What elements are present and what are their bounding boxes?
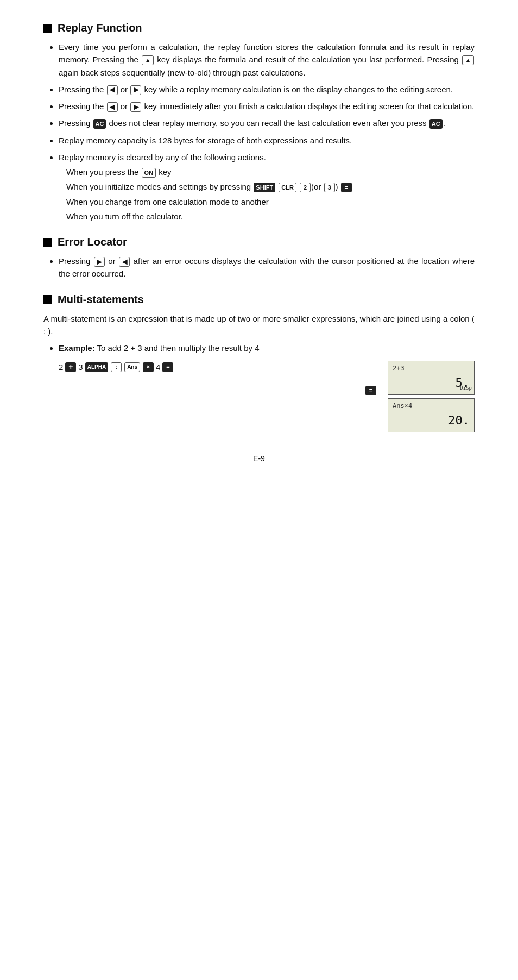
- right-arrow-key-2: ▶: [130, 102, 141, 112]
- ans-key: Ans: [124, 362, 140, 372]
- cleared-item-4: When you turn off the calculator.: [66, 210, 475, 223]
- black-square-icon-2: [43, 238, 52, 247]
- left-arrow-key-3: ◀: [119, 257, 130, 267]
- page-number: E-9: [43, 454, 475, 463]
- equals-key-2: =: [162, 362, 173, 372]
- display1-top: 2+3: [393, 363, 470, 374]
- black-square-icon-3: [43, 295, 52, 304]
- replay-bullet-4: Pressing AC does not clear replay memory…: [59, 117, 475, 129]
- multiply-key: ×: [143, 362, 154, 372]
- ac-key-2: AC: [429, 119, 443, 129]
- multi-statements-title: Multi-statements: [43, 293, 475, 306]
- replay-bullet-2: Pressing the ◀ or ▶ key while a replay m…: [59, 83, 475, 96]
- up-arrow-key: ▲: [142, 55, 154, 65]
- example-text: To add 2 + 3 and then multiply the resul…: [97, 343, 260, 353]
- alpha-key: ALPHA: [85, 362, 108, 372]
- equals-key-1: =: [341, 183, 352, 192]
- calc-left: 2 + 3 ALPHA : Ans × 4 = =: [59, 361, 379, 395]
- colon-key: :: [111, 362, 122, 372]
- display-box-1: 2+3 5.Disp: [388, 361, 475, 395]
- display-boxes: 2+3 5.Disp Ans×4 20.: [388, 361, 475, 432]
- num-4: 4: [156, 361, 160, 373]
- multi-statements-section: Multi-statements A multi-statement is an…: [43, 293, 475, 432]
- key-2: 2: [300, 183, 311, 192]
- cleared-items-list: When you press the ON key When you initi…: [66, 166, 475, 223]
- left-arrow-key-1: ◀: [107, 85, 118, 95]
- display2-num: 20.: [393, 411, 470, 430]
- black-square-icon: [43, 24, 52, 33]
- plus-key: +: [65, 362, 76, 372]
- display1-disp: Disp: [460, 385, 472, 392]
- multi-statements-title-text: Multi-statements: [58, 293, 144, 306]
- replay-function-section: Replay Function Every time you perform a…: [43, 22, 475, 223]
- multi-statements-example-item: Example: To add 2 + 3 and then multiply …: [59, 342, 475, 432]
- cleared-item-3: When you change from one calculation mod…: [66, 196, 475, 208]
- key-3: 3: [324, 183, 335, 192]
- calc-expr-1: 2 + 3 ALPHA : Ans × 4 =: [59, 361, 379, 373]
- replay-bullet-3: Pressing the ◀ or ▶ key immediately afte…: [59, 100, 475, 112]
- display1-num: 5.Disp: [393, 374, 470, 392]
- replay-title-text: Replay Function: [58, 22, 142, 34]
- num-3: 3: [78, 361, 83, 373]
- replay-bullet-5: Replay memory capacity is 128 bytes for …: [59, 134, 475, 147]
- replay-function-title: Replay Function: [43, 22, 475, 34]
- error-locator-list: Pressing ▶ or ◀ after an error occurs di…: [43, 255, 475, 280]
- error-locator-title: Error Locator: [43, 236, 475, 248]
- error-title-text: Error Locator: [58, 236, 127, 248]
- on-key: ON: [142, 168, 156, 178]
- cleared-item-1: When you press the ON key: [66, 166, 475, 178]
- error-locator-section: Error Locator Pressing ▶ or ◀ after an e…: [43, 236, 475, 280]
- clr-key: CLR: [279, 183, 296, 192]
- replay-bullets-list: Every time you perform a calculation, th…: [43, 41, 475, 223]
- left-arrow-key-2: ◀: [107, 102, 118, 112]
- ac-key-1: AC: [93, 119, 106, 129]
- multi-statements-intro: A multi-statement is an expression that …: [43, 312, 475, 338]
- equals-key-3: =: [365, 386, 376, 395]
- error-locator-bullet: Pressing ▶ or ◀ after an error occurs di…: [59, 255, 475, 280]
- right-arrow-key-3: ▶: [94, 257, 105, 267]
- cleared-item-2: When you initialize modes and settings b…: [66, 180, 475, 193]
- multi-statements-example-list: Example: To add 2 + 3 and then multiply …: [43, 342, 475, 432]
- example-label: Example:: [59, 343, 95, 353]
- page-num-text: E-9: [253, 454, 265, 463]
- num-2: 2: [59, 361, 63, 373]
- shift-key: SHIFT: [254, 183, 275, 192]
- right-arrow-key-1: ▶: [130, 85, 141, 95]
- display2-top: Ans×4: [393, 401, 470, 411]
- display-box-2: Ans×4 20.: [388, 398, 475, 432]
- replay-bullet-6: Replay memory is cleared by any of the f…: [59, 151, 475, 223]
- replay-bullet-1: Every time you perform a calculation, th…: [59, 41, 475, 79]
- up-arrow-key-2: ▲: [462, 55, 474, 65]
